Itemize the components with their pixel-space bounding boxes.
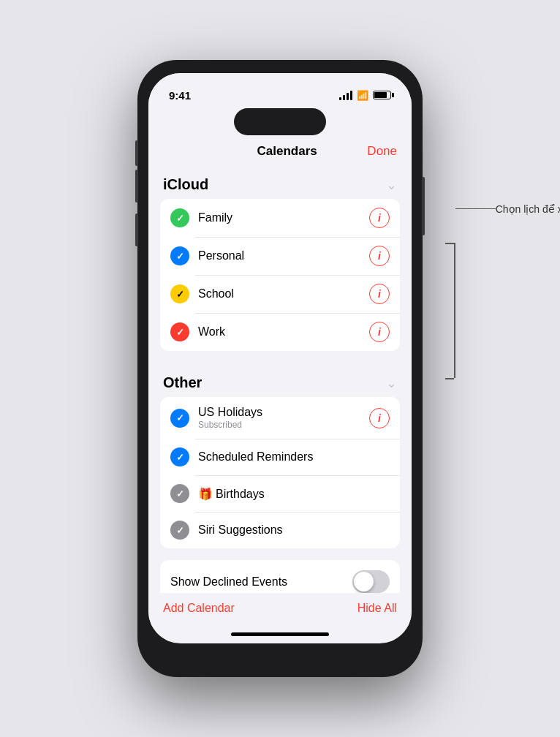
other-section-header: Other ⌄ bbox=[160, 363, 400, 397]
calendar-row-scheduled-reminders[interactable]: ✓ Scheduled Reminders bbox=[160, 439, 400, 475]
family-info: Family bbox=[198, 211, 363, 224]
personal-info: Personal bbox=[198, 249, 363, 262]
icloud-calendar-card: ✓ Family i ✓ bbox=[160, 199, 400, 351]
volume-down-button[interactable] bbox=[135, 213, 138, 246]
other-title: Other bbox=[163, 374, 202, 391]
silent-button[interactable] bbox=[135, 140, 138, 166]
show-declined-toggle[interactable] bbox=[352, 570, 390, 593]
personal-check: ✓ bbox=[170, 246, 189, 265]
nav-title: Calendars bbox=[257, 144, 317, 159]
other-calendar-card: ✓ US Holidays Subscribed i ✓ bbox=[160, 397, 400, 548]
phone-frame: 9:41 📶 Calendars Done bbox=[137, 60, 423, 677]
siri-suggestions-info: Siri Suggestions bbox=[198, 524, 390, 537]
birthdays-info: 🎁Birthdays bbox=[198, 487, 390, 501]
annotation: Chọn lịch để xem. bbox=[445, 243, 560, 379]
calendar-row-personal[interactable]: ✓ Personal i bbox=[160, 237, 400, 275]
family-name: Family bbox=[198, 211, 363, 224]
work-detail-button[interactable]: i bbox=[369, 322, 390, 342]
annotation-text: Chọn lịch để xem. bbox=[496, 203, 560, 215]
scheduled-reminders-name: Scheduled Reminders bbox=[198, 450, 390, 464]
content-area: Calendars Done iCloud ⌄ ✓ bbox=[148, 135, 412, 627]
done-button[interactable]: Done bbox=[367, 144, 397, 159]
personal-detail-button[interactable]: i bbox=[369, 246, 390, 266]
personal-name: Personal bbox=[198, 249, 363, 262]
us-holidays-info: US Holidays Subscribed bbox=[198, 406, 363, 430]
hide-all-button[interactable]: Hide All bbox=[357, 602, 397, 615]
work-info: Work bbox=[198, 325, 363, 339]
family-detail-button[interactable]: i bbox=[369, 208, 390, 228]
toggle-knob bbox=[354, 572, 374, 592]
us-holidays-name: US Holidays bbox=[198, 406, 363, 419]
us-holidays-detail-button[interactable]: i bbox=[369, 408, 390, 428]
us-holidays-check: ✓ bbox=[170, 409, 189, 428]
school-info: School bbox=[198, 287, 363, 301]
add-calendar-button[interactable]: Add Calendar bbox=[163, 602, 235, 615]
wifi-icon: 📶 bbox=[357, 90, 368, 101]
birthday-gift-icon: 🎁 bbox=[198, 488, 213, 500]
school-name: School bbox=[198, 287, 363, 301]
status-icons: 📶 bbox=[339, 90, 391, 101]
calendar-row-siri-suggestions[interactable]: ✓ Siri Suggestions bbox=[160, 512, 400, 548]
siri-suggestions-check: ✓ bbox=[170, 521, 189, 540]
family-check: ✓ bbox=[170, 208, 189, 227]
calendar-row-us-holidays[interactable]: ✓ US Holidays Subscribed i bbox=[160, 397, 400, 439]
other-chevron-icon[interactable]: ⌄ bbox=[386, 375, 397, 391]
volume-up-button[interactable] bbox=[135, 170, 138, 203]
scroll-content[interactable]: iCloud ⌄ ✓ Family i bbox=[148, 165, 412, 593]
birthdays-check: ✓ bbox=[170, 484, 189, 503]
scheduled-reminders-info: Scheduled Reminders bbox=[198, 450, 390, 464]
scheduled-reminders-check: ✓ bbox=[170, 447, 189, 466]
show-declined-label: Show Declined Events bbox=[170, 575, 287, 589]
school-check: ✓ bbox=[170, 284, 189, 303]
us-holidays-sub: Subscribed bbox=[198, 420, 363, 430]
battery-icon bbox=[373, 91, 391, 99]
footer-bar: Add Calendar Hide All bbox=[148, 593, 412, 627]
work-name: Work bbox=[198, 325, 363, 339]
siri-suggestions-name: Siri Suggestions bbox=[198, 524, 390, 537]
icloud-section-header: iCloud ⌄ bbox=[160, 165, 400, 199]
home-indicator bbox=[231, 632, 329, 636]
calendar-row-family[interactable]: ✓ Family i bbox=[160, 199, 400, 237]
nav-bar: Calendars Done bbox=[148, 135, 412, 165]
show-declined-events-row[interactable]: Show Declined Events bbox=[160, 560, 400, 593]
dynamic-island bbox=[234, 108, 326, 135]
phone-screen: 9:41 📶 Calendars Done bbox=[148, 73, 412, 643]
school-detail-button[interactable]: i bbox=[369, 284, 390, 304]
icloud-title: iCloud bbox=[163, 176, 208, 193]
status-time: 9:41 bbox=[169, 89, 191, 102]
calendar-row-work[interactable]: ✓ Work i bbox=[160, 313, 400, 351]
icloud-chevron-icon[interactable]: ⌄ bbox=[386, 177, 397, 193]
calendar-row-birthdays[interactable]: ✓ 🎁Birthdays bbox=[160, 475, 400, 512]
work-check: ✓ bbox=[170, 322, 189, 341]
status-bar: 9:41 📶 bbox=[148, 73, 412, 108]
signal-icon bbox=[339, 91, 352, 100]
calendar-row-school[interactable]: ✓ School i bbox=[160, 275, 400, 313]
birthdays-name: 🎁Birthdays bbox=[198, 487, 390, 501]
